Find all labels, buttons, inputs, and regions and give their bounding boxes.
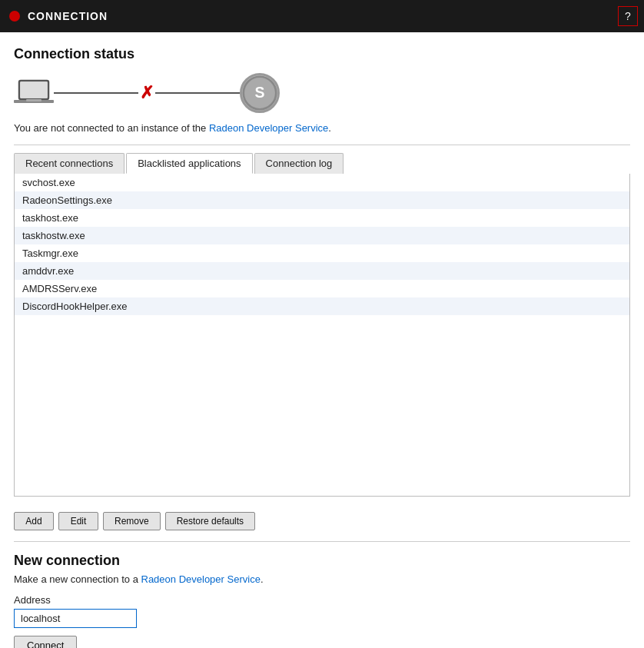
blacklist-app-name: AMDRSServ.exe (15, 280, 629, 297)
app-title: CONNECTION (28, 10, 108, 22)
add-button[interactable]: Add (14, 512, 54, 530)
new-connection-section: New connection Make a new connection to … (14, 553, 630, 648)
blacklist-row[interactable]: AMDRSServ.exe (15, 280, 629, 297)
blacklist-row[interactable]: amddvr.exe (15, 262, 629, 280)
svg-rect-3 (26, 99, 41, 101)
main-content: Connection status ✗ S (0, 32, 644, 648)
bottom-divider (14, 541, 630, 542)
traffic-light-dot (9, 11, 20, 22)
new-connection-service-link[interactable]: Radeon Developer Service (141, 573, 261, 585)
blacklist-app-name: svchost.exe (15, 174, 629, 191)
blacklist-row[interactable]: Taskmgr.exe (15, 244, 629, 262)
action-buttons: Add Edit Remove Restore defaults (14, 504, 630, 530)
connection-status-title: Connection status (14, 46, 630, 62)
connection-diagram: ✗ S (14, 73, 630, 113)
tab-content-blacklisted: svchost.exeRadeonSettings.exetaskhost.ex… (14, 174, 630, 497)
edit-button[interactable]: Edit (58, 512, 98, 530)
tabs-container: Recent connections Blacklisted applicati… (14, 153, 630, 174)
connection-status-text: You are not connected to an instance of … (14, 122, 630, 134)
blacklist-app-name: taskhost.exe (15, 209, 629, 227)
svg-rect-1 (21, 82, 47, 98)
blacklist-app-name: Taskmgr.exe (15, 244, 629, 262)
svg-text:S: S (255, 84, 265, 101)
new-connection-desc: Make a new connection to a Radeon Develo… (14, 573, 630, 585)
tab-blacklisted-applications[interactable]: Blacklisted applications (126, 153, 252, 174)
help-button[interactable]: ? (618, 6, 638, 26)
connection-status-section: Connection status ✗ S (14, 46, 630, 530)
restore-defaults-button[interactable]: Restore defaults (165, 512, 255, 530)
blacklist-row[interactable]: taskhostw.exe (15, 227, 629, 244)
connect-button[interactable]: Connect (14, 636, 77, 648)
laptop-icon (14, 78, 54, 108)
blacklist-row[interactable]: taskhost.exe (15, 209, 629, 227)
titlebar: CONNECTION ? (0, 0, 644, 32)
line-right (155, 92, 240, 94)
blacklist-row[interactable]: DiscordHookHelper.exe (15, 297, 629, 315)
top-divider (14, 145, 630, 145)
blacklist-app-name: taskhostw.exe (15, 227, 629, 244)
address-label: Address (14, 594, 630, 606)
tab-connection-log[interactable]: Connection log (254, 153, 344, 174)
remove-button[interactable]: Remove (103, 512, 161, 530)
line-left (54, 92, 138, 94)
address-input[interactable] (14, 609, 137, 628)
service-icon: S (240, 73, 280, 113)
blacklist-app-name: amddvr.exe (15, 262, 629, 280)
disconnected-x-icon: ✗ (140, 85, 154, 101)
tab-recent-connections[interactable]: Recent connections (14, 153, 124, 174)
blacklist-table: svchost.exeRadeonSettings.exetaskhost.ex… (15, 174, 629, 315)
blacklist-row[interactable]: svchost.exe (15, 174, 629, 191)
blacklist-row[interactable]: RadeonSettings.exe (15, 191, 629, 209)
blacklist-app-name: DiscordHookHelper.exe (15, 297, 629, 315)
radeon-service-link[interactable]: Radeon Developer Service (209, 122, 328, 134)
blacklist-app-name: RadeonSettings.exe (15, 191, 629, 209)
new-connection-title: New connection (14, 553, 630, 569)
